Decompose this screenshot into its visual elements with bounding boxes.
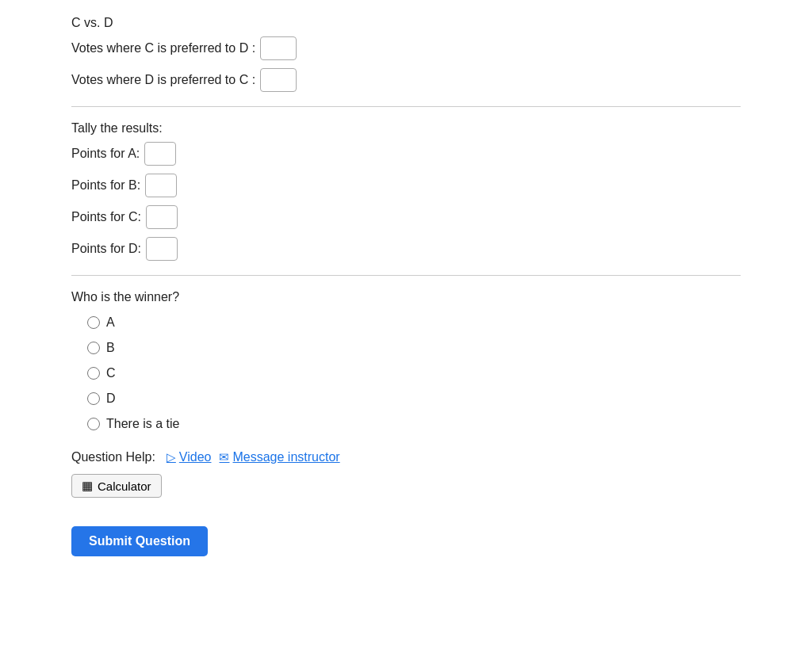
winner-label-c: C [106, 366, 116, 380]
tally-section: Tally the results: Points for A: Points … [71, 121, 741, 261]
tally-title: Tally the results: [71, 121, 741, 136]
winner-option-a[interactable]: A [87, 315, 741, 330]
tally-c-row: Points for C: [71, 205, 741, 229]
tally-c-label: Points for C: [71, 210, 141, 224]
tally-a-row: Points for A: [71, 142, 741, 166]
tally-d-label: Points for D: [71, 242, 141, 256]
winner-option-b[interactable]: B [87, 341, 741, 355]
winner-radio-d[interactable] [87, 392, 100, 405]
cvsd-section: C vs. D Votes where C is preferred to D … [71, 16, 741, 92]
cvsd-title: C vs. D [71, 16, 741, 30]
tally-a-input[interactable] [144, 142, 176, 166]
winner-option-c[interactable]: C [87, 366, 741, 380]
help-label: Question Help: [71, 450, 155, 464]
winner-radio-a[interactable] [87, 316, 100, 329]
cvsd-c-preferred-label: Votes where C is preferred to D : [71, 41, 255, 55]
question-help-row: Question Help: ▷ Video ✉ Message instruc… [71, 450, 741, 464]
tally-b-row: Points for B: [71, 174, 741, 197]
video-link-label: Video [179, 450, 212, 464]
winner-label-b: B [106, 341, 115, 355]
cvsd-d-preferred-label: Votes where D is preferred to C : [71, 73, 255, 87]
submit-button[interactable]: Submit Question [71, 526, 208, 556]
winner-label-tie: There is a tie [106, 417, 179, 431]
cvsd-c-preferred-input[interactable] [260, 36, 297, 60]
tally-a-label: Points for A: [71, 147, 140, 161]
calculator-icon: ▦ [82, 479, 93, 493]
divider-1 [71, 106, 741, 107]
video-link[interactable]: ▷ Video [167, 450, 212, 464]
tally-b-label: Points for B: [71, 178, 140, 193]
divider-2 [71, 275, 741, 276]
winner-option-d[interactable]: D [87, 392, 741, 406]
winner-option-tie[interactable]: There is a tie [87, 417, 741, 431]
winner-section: Who is the winner? A B C D There is a ti… [71, 290, 741, 431]
tally-c-input[interactable] [146, 205, 178, 229]
tally-d-input[interactable] [146, 237, 178, 261]
message-instructor-label: Message instructor [232, 450, 339, 464]
calculator-button[interactable]: ▦ Calculator [71, 474, 162, 498]
winner-radio-tie[interactable] [87, 418, 100, 430]
cvsd-d-preferred-input[interactable] [260, 68, 297, 92]
video-icon: ▷ [167, 450, 176, 464]
winner-radio-group: A B C D There is a tie [87, 315, 741, 431]
winner-label-d: D [106, 392, 116, 406]
cvsd-c-preferred-row: Votes where C is preferred to D : [71, 36, 741, 60]
tally-b-input[interactable] [145, 174, 177, 197]
submit-label: Submit Question [89, 534, 190, 548]
message-instructor-link[interactable]: ✉ Message instructor [219, 450, 339, 464]
tally-d-row: Points for D: [71, 237, 741, 261]
winner-radio-b[interactable] [87, 342, 100, 354]
submit-area: Submit Question [71, 526, 741, 556]
cvsd-d-preferred-row: Votes where D is preferred to C : [71, 68, 741, 92]
question-help-area: Question Help: ▷ Video ✉ Message instruc… [71, 450, 741, 512]
calculator-label: Calculator [98, 479, 151, 493]
winner-title: Who is the winner? [71, 290, 741, 304]
winner-radio-c[interactable] [87, 367, 100, 380]
winner-label-a: A [106, 315, 115, 330]
message-icon: ✉ [219, 450, 229, 464]
